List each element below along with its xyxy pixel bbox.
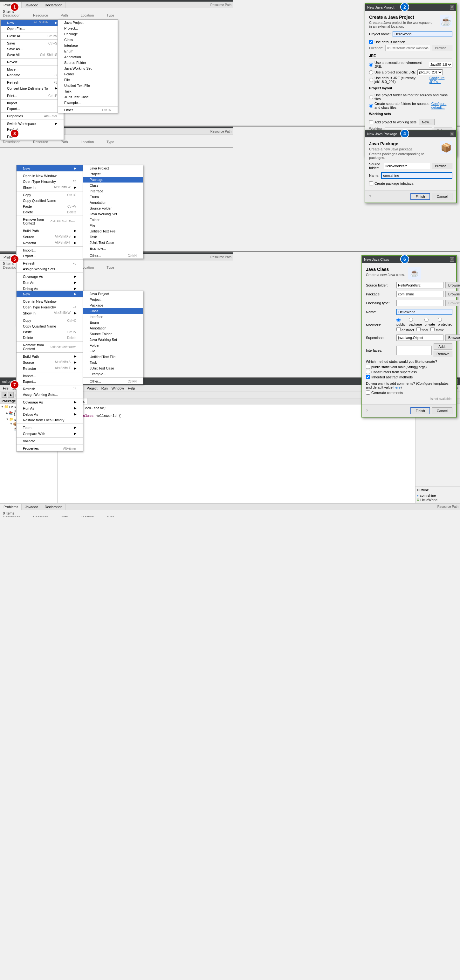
mod-package[interactable]: package: [409, 318, 422, 326]
mod-protected[interactable]: protected: [438, 318, 452, 326]
cm3-debug-as[interactable]: Debug As▶: [16, 411, 83, 417]
superclass-input[interactable]: [396, 334, 444, 341]
cm3-coverage[interactable]: Coverage As▶: [16, 399, 83, 405]
cm2-assign-ws[interactable]: Assign Working Sets...: [16, 266, 83, 272]
browse-btn-2[interactable]: Browse...: [432, 163, 452, 169]
cm3-copy[interactable]: CopyCtrl+C: [16, 318, 83, 323]
sm-source-folder[interactable]: Source Folder: [58, 60, 118, 65]
cm-open-file[interactable]: Open File...: [1, 26, 64, 32]
sm3-interface[interactable]: Interface: [83, 314, 143, 320]
sm2-file[interactable]: File: [83, 223, 143, 228]
javadoc-tab-1[interactable]: Javadoc: [22, 2, 41, 8]
jre-radio-2[interactable]: [369, 70, 373, 75]
sm2-annotation[interactable]: Annotation: [83, 200, 143, 205]
sm2-project[interactable]: Project...: [83, 171, 143, 177]
cm3-export[interactable]: Export...: [16, 379, 83, 385]
cm3-refactor[interactable]: RefactorAlt+Shift+T▶: [16, 365, 83, 371]
cm3-source[interactable]: SourceAlt+Shift+S▶: [16, 359, 83, 365]
cm2-import[interactable]: Import...: [16, 247, 83, 253]
sm3-task[interactable]: Task: [83, 360, 143, 365]
sm-class[interactable]: Class: [58, 37, 118, 43]
sm3-example[interactable]: Example...: [83, 371, 143, 377]
sm2-junit[interactable]: JUnit Test Case: [83, 240, 143, 245]
finish-btn-2[interactable]: Finish: [411, 193, 430, 200]
cm2-open-window[interactable]: Open in New Window: [16, 173, 83, 179]
sm2-package[interactable]: Package: [83, 177, 143, 183]
mod-private[interactable]: private: [424, 318, 435, 326]
new-ws-btn[interactable]: New...: [419, 119, 435, 125]
sm-java-project[interactable]: Java Project: [58, 20, 118, 25]
sm-example[interactable]: Example...: [58, 100, 118, 105]
menu-window-4[interactable]: Window: [110, 385, 126, 391]
cm3-properties[interactable]: PropertiesAlt+Enter: [16, 445, 83, 451]
cm2-refresh[interactable]: RefreshF5: [16, 261, 83, 266]
cm3-refresh[interactable]: RefreshF5: [16, 386, 83, 392]
pkg-input-3[interactable]: [396, 291, 444, 297]
cm3-restore[interactable]: Restore from Local History...: [16, 417, 83, 423]
menu-project-4[interactable]: Project: [84, 385, 99, 391]
cm2-type-hierarchy[interactable]: Open Type HierarchyF4: [16, 179, 83, 185]
superclass-browse[interactable]: Browse...: [446, 334, 460, 341]
cm3-build-path[interactable]: Build Path▶: [16, 353, 83, 359]
create-pkg-info-checkbox[interactable]: [369, 181, 373, 185]
declaration-tab-1[interactable]: Declaration: [41, 2, 66, 8]
cm3-open-window[interactable]: Open in New Window: [16, 299, 83, 304]
cm2-build-path[interactable]: Build Path▶: [16, 228, 83, 234]
sm2-class[interactable]: Class: [83, 183, 143, 188]
cm3-remove-context[interactable]: Remove from ContextCtrl+Alt+Shift+Down: [16, 342, 83, 352]
menu-file-4[interactable]: File: [1, 385, 11, 391]
cm3-new[interactable]: New▶: [16, 291, 83, 297]
add-interface-btn[interactable]: Add...: [434, 344, 452, 350]
cm3-show-in[interactable]: Show InAlt+Shift+W▶: [16, 310, 83, 316]
sm3-annotation[interactable]: Annotation: [83, 325, 143, 331]
cm3-import[interactable]: Import...: [16, 373, 83, 379]
cm2-delete[interactable]: DeleteDelete: [16, 209, 83, 215]
cm2-copy[interactable]: CopyCtrl+C: [16, 192, 83, 198]
jre-radio-1[interactable]: [369, 63, 373, 67]
cancel-btn-3[interactable]: Cancel: [432, 407, 452, 414]
cm3-validate[interactable]: Validate: [16, 438, 83, 444]
sm3-java-project[interactable]: Java Project: [83, 291, 143, 297]
sm2-interface[interactable]: Interface: [83, 188, 143, 194]
jre-select-2[interactable]: jdk1.8.0_201: [417, 69, 443, 75]
cm-switch-workspace[interactable]: Switch Workspace▶: [1, 121, 64, 127]
name-input-3[interactable]: [396, 309, 452, 315]
cm3-team[interactable]: Team▶: [16, 425, 83, 431]
cm-properties[interactable]: PropertiesAlt+Enter: [1, 113, 64, 119]
sm3-enum[interactable]: Enum: [83, 320, 143, 325]
cm2-coverage-as[interactable]: Coverage As▶: [16, 274, 83, 280]
layout-radio-1[interactable]: [369, 95, 373, 99]
cm-new[interactable]: New Alt+Shift+N▶: [1, 20, 64, 26]
menu-help-4[interactable]: Help: [126, 385, 137, 391]
sm-project[interactable]: Project...: [58, 25, 118, 31]
project-name-input[interactable]: [393, 31, 452, 37]
cm3-delete[interactable]: DeleteDelete: [16, 335, 83, 340]
cm-convert[interactable]: Convert Line Delimiters To▶: [1, 85, 64, 91]
sm-untitled-text[interactable]: Untitled Text File: [58, 83, 118, 88]
cm-save-as[interactable]: Save As...: [1, 46, 64, 52]
enc-input-3[interactable]: [396, 300, 444, 306]
sm3-java-working-set[interactable]: Java Working Set: [83, 337, 143, 342]
pkg-browse-3[interactable]: Browse...: [446, 291, 460, 297]
cm2-run-as[interactable]: Run As▶: [16, 280, 83, 286]
stub-main-checkbox[interactable]: [366, 365, 370, 369]
cm-print[interactable]: Print...Ctrl+P: [1, 93, 64, 99]
sm2-folder[interactable]: Folder: [83, 217, 143, 223]
gen-comments-checkbox[interactable]: [366, 390, 370, 395]
cm2-remove-context[interactable]: Remove from ContextCtrl+Alt+Shift+Down: [16, 216, 83, 226]
layout-radio-2[interactable]: [369, 103, 373, 108]
cm2-paste[interactable]: PasteCtrl+V: [16, 204, 83, 209]
cm-import[interactable]: Import...: [1, 100, 64, 106]
cm-save[interactable]: SaveCtrl+S: [1, 40, 64, 46]
stub-inherited-checkbox[interactable]: [366, 375, 370, 379]
cm-restart[interactable]: Restart: [1, 127, 64, 132]
sm3-class[interactable]: Class: [83, 308, 143, 314]
cancel-btn-2[interactable]: Cancel: [432, 193, 452, 200]
cm-refresh[interactable]: RefreshF5: [1, 80, 64, 85]
sm2-untitled-text[interactable]: Untitled Text File: [83, 228, 143, 234]
mod-public[interactable]: public: [396, 318, 406, 326]
dialog2-close[interactable]: ✕: [450, 132, 454, 136]
cm-revert[interactable]: Revert: [1, 59, 64, 65]
cm2-export[interactable]: Export...: [16, 253, 83, 259]
sm3-source-folder[interactable]: Source Folder: [83, 331, 143, 337]
